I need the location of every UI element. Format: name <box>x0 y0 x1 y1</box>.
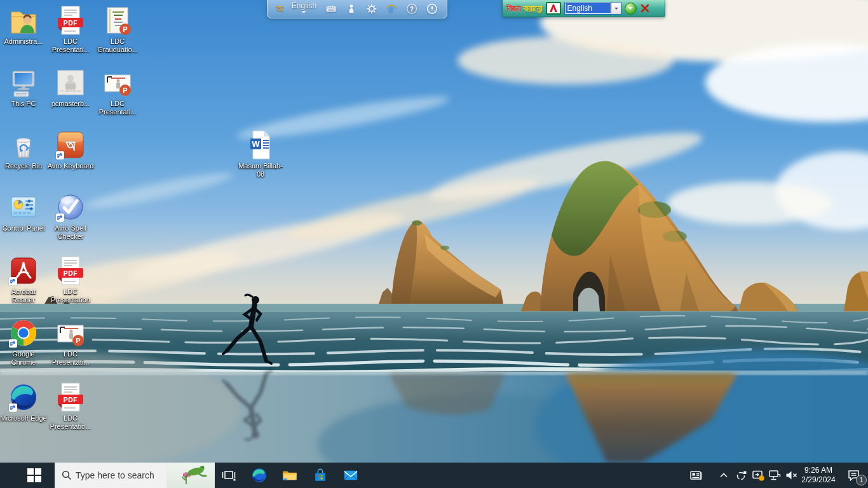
svg-text:PDF: PDF <box>64 269 78 277</box>
notification-count-badge: 1 <box>856 475 867 485</box>
taskbar-edge-button[interactable] <box>244 463 275 488</box>
avro-keyboard-icon: অ <box>55 130 86 160</box>
show-hidden-icons-button[interactable] <box>715 463 732 488</box>
powerpoint-file-icon: P <box>55 318 86 348</box>
desktop-icon-ldc-presentation-pdf-2[interactable]: PDF LDC Presentation <box>47 255 94 304</box>
bijoy-switch-button[interactable] <box>625 3 637 15</box>
pdf-file-icon: PDF <box>55 382 86 412</box>
display-sync-icon <box>751 468 765 482</box>
settings-gear-icon[interactable] <box>366 3 377 15</box>
notification-dot <box>759 475 764 481</box>
spell-checker-icon <box>55 192 86 222</box>
desktop-icon-label: LDC Presentati... <box>94 100 141 116</box>
desktop-icon-label: LDC Presentati... <box>47 37 94 54</box>
word-file-icon: W <box>245 130 276 160</box>
windows-logo-icon <box>27 468 41 482</box>
ie-browser-icon[interactable]: e <box>386 3 397 15</box>
bijoy-logo-button[interactable] <box>546 2 561 15</box>
newspaper-icon <box>688 468 703 483</box>
desktop-icon-acrobat-reader[interactable]: Acrobat Reader <box>0 255 47 304</box>
chevron-down-icon <box>301 11 306 16</box>
desktop-icon-recycle-bin[interactable]: Recycle Bin <box>0 130 47 170</box>
svg-text:PDF: PDF <box>64 396 78 403</box>
desktop-icon-ldc-presentation-ppt-1[interactable]: P LDC Presentati... <box>94 67 141 116</box>
clock[interactable]: 9:26 AM 2/29/2024 <box>798 463 839 488</box>
desktop-icon-avro-keyboard[interactable]: অ Avro Keyboard <box>47 130 94 170</box>
network-button[interactable] <box>766 463 783 488</box>
desktop-icon-label: Recycle Bin <box>5 162 42 170</box>
volume-muted-icon <box>784 468 798 482</box>
desktop-icon-label: Microsoft Edge <box>0 414 46 423</box>
acrobat-reader-icon <box>8 255 39 286</box>
chrome-icon <box>8 318 39 348</box>
bijoy-language-select[interactable]: English <box>564 2 621 15</box>
start-button[interactable] <box>0 463 55 488</box>
svg-text:P: P <box>76 337 80 344</box>
desktop-icon-pcmasterbd-image[interactable]: PC MASTER BD pcmasterb... <box>47 67 94 108</box>
taskbar-mail-button[interactable] <box>336 463 366 488</box>
search-highlight-image[interactable] <box>166 463 215 488</box>
bijoy-bayanno-toolbar: বিজয় বায়ান্নো English <box>502 0 665 17</box>
keyboard-layout-icon[interactable] <box>325 3 337 15</box>
tray-display-sync-button[interactable] <box>750 463 766 488</box>
desktop-icon-administrator[interactable]: Administra... <box>0 5 47 46</box>
image-thumbnail-icon: PC MASTER BD <box>55 67 86 98</box>
avro-logo-icon[interactable]: অ <box>276 4 283 14</box>
svg-text:PC MASTER BD: PC MASTER BD <box>60 90 81 93</box>
taskbar-file-explorer-button[interactable] <box>275 463 305 488</box>
desktop-icon-ldc-presentation-pdf-3[interactable]: PDF LDC Presentatio... <box>47 382 94 431</box>
avro-mouse-icon[interactable] <box>346 3 357 15</box>
chevron-up-icon <box>719 470 729 480</box>
search-icon <box>62 470 72 480</box>
task-view-button[interactable] <box>214 463 244 488</box>
chevron-down-icon <box>611 3 621 14</box>
powerpoint-file-icon: P <box>102 5 133 36</box>
user-folder-icon <box>8 5 39 36</box>
desktop-icon-control-panel[interactable]: Control Panel <box>0 192 47 233</box>
power-icon[interactable] <box>426 3 438 15</box>
svg-text:অ: অ <box>65 137 76 154</box>
desktop-icon-ldc-grauduation-ppt[interactable]: P LDC Grauduatio... <box>94 5 141 54</box>
shortcut-arrow-icon <box>56 151 64 159</box>
desktop-icon-microsoft-edge[interactable]: Microsoft Edge <box>0 382 47 423</box>
desktop-icon-avro-spell-checker[interactable]: Avro Spell Checker <box>47 192 94 241</box>
bijoy-brand-title: বিজয় বায়ান্নো <box>506 4 543 13</box>
camera-circle-icon <box>735 469 748 482</box>
edge-icon <box>251 467 268 484</box>
svg-text:PDF: PDF <box>64 19 78 27</box>
avro-language-selector[interactable]: English <box>292 2 316 16</box>
desktop-icon-label: Administra... <box>4 37 43 46</box>
action-center-button[interactable]: 1 <box>840 463 868 488</box>
search-input[interactable] <box>72 470 166 480</box>
desktop-icon-google-chrome[interactable]: Google Chrome <box>0 318 47 367</box>
search-box[interactable] <box>55 463 215 488</box>
desktop-icon-label: Google Chrome <box>0 350 47 367</box>
tray-meet-now-button[interactable] <box>733 463 750 488</box>
bijoy-brand-word2: বায়ান্নো <box>524 3 543 13</box>
desktop-icon-this-pc[interactable]: This PC <box>0 67 47 108</box>
taskbar-store-button[interactable] <box>305 463 336 488</box>
recycle-bin-icon <box>8 130 39 160</box>
desktop-icon-label: Masum Billah-08 <box>237 162 284 179</box>
desktop-icon-ldc-presentation-pdf-1[interactable]: PDF LDC Presentati... <box>47 5 94 54</box>
help-icon[interactable]: ? <box>406 3 417 15</box>
bijoy-language-value: English <box>566 3 611 13</box>
desktop: Administra... PDF LDC Presentati... P <box>0 0 868 463</box>
frog-tulip-icon <box>172 464 209 487</box>
clock-date: 2/29/2024 <box>801 475 835 485</box>
desktop-icon-label: Control Panel <box>3 224 45 233</box>
news-interests-button[interactable] <box>681 463 710 488</box>
bijoy-logo-icon <box>548 4 559 13</box>
close-icon[interactable] <box>640 3 650 13</box>
desktop-icon-ldc-presentation-ppt-2[interactable]: P LDC Presentati... <box>47 318 94 367</box>
shortcut-arrow-icon <box>56 214 64 222</box>
desktop-icon-label: LDC Presentatio... <box>47 414 94 431</box>
pdf-file-icon: PDF <box>55 5 86 36</box>
mail-icon <box>342 467 359 484</box>
edge-icon <box>8 382 39 412</box>
svg-text:P: P <box>123 25 127 33</box>
svg-text:W: W <box>252 139 260 149</box>
volume-button[interactable] <box>783 463 799 488</box>
task-view-icon <box>221 468 236 483</box>
desktop-icon-masum-billah-doc[interactable]: W Masum Billah-08 <box>237 130 284 179</box>
